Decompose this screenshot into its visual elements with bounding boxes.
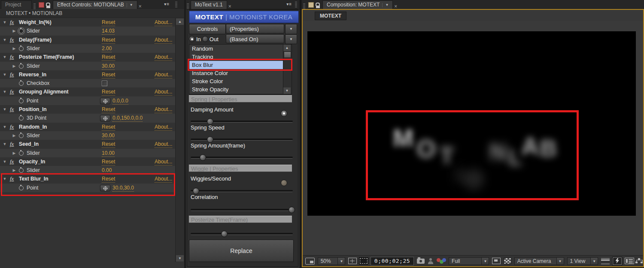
slider-thumb[interactable] xyxy=(207,118,213,125)
correlation-slider[interactable] xyxy=(191,209,293,211)
slider-thumb[interactable] xyxy=(289,207,295,213)
twirl-closed-icon[interactable]: ▶ xyxy=(11,62,17,70)
resolution-dropdown[interactable]: Full ▼ xyxy=(449,257,489,265)
fast-previews-icon[interactable] xyxy=(613,257,622,265)
twirl-closed-icon[interactable]: ▶ xyxy=(11,131,17,140)
tab-motext[interactable]: MoText v1.1 xyxy=(191,0,227,9)
replace-button[interactable]: Replace xyxy=(189,240,294,262)
twirl-open-icon[interactable]: ▼ xyxy=(2,157,8,166)
reset-button[interactable]: Reset xyxy=(102,158,115,166)
scroll-up-icon[interactable]: ▲ xyxy=(283,45,291,51)
panel-menu-icon[interactable]: ▾≡ xyxy=(164,2,170,6)
damping-amount-slider[interactable] xyxy=(191,120,293,123)
reset-button[interactable]: Reset xyxy=(102,88,115,96)
slider-thumb[interactable] xyxy=(193,188,199,194)
panel-grip[interactable] xyxy=(33,3,36,9)
reset-button[interactable]: Reset xyxy=(102,141,115,148)
twirl-open-icon[interactable]: ▼ xyxy=(2,87,8,96)
slider-thumb[interactable] xyxy=(200,154,206,161)
property-value[interactable]: 30.00 xyxy=(102,63,115,70)
in-radio[interactable] xyxy=(189,36,195,42)
region-of-interest-icon[interactable] xyxy=(360,258,368,264)
reset-button[interactable]: Reset xyxy=(102,123,115,131)
posterize-time-slider[interactable] xyxy=(191,233,293,235)
property-value[interactable]: 0.0,0.0 xyxy=(112,97,128,105)
transparency-grid-icon[interactable] xyxy=(504,258,511,264)
target-region-icon[interactable] xyxy=(492,258,501,264)
about-link[interactable]: About... xyxy=(155,175,172,183)
show-snapshot-icon[interactable] xyxy=(428,258,434,264)
stopwatch-icon[interactable] xyxy=(19,64,24,69)
pixel-aspect-icon[interactable] xyxy=(601,258,610,264)
list-scrollbar[interactable]: ▲ ▼ xyxy=(283,44,292,94)
twirl-open-icon[interactable]: ▼ xyxy=(2,18,8,27)
twirl-closed-icon[interactable]: ▶ xyxy=(11,27,17,35)
twirl-open-icon[interactable]: ▼ xyxy=(2,123,8,131)
property-value[interactable]: 0.0,150.0,0.0 xyxy=(112,114,143,122)
list-item[interactable]: Stroke Opacity xyxy=(189,85,283,93)
twirl-open-icon[interactable]: ▼ xyxy=(2,105,8,114)
tab-dropdown-icon[interactable]: ▼ xyxy=(127,3,133,7)
stopwatch-icon[interactable] xyxy=(19,151,24,156)
show-channel-icon[interactable] xyxy=(437,258,446,264)
property-value[interactable]: 30.00 xyxy=(102,132,115,139)
out-radio[interactable] xyxy=(202,36,208,42)
composition-viewport[interactable]: M O T I O N L A B xyxy=(307,31,636,216)
about-link[interactable]: About... xyxy=(155,71,172,78)
point-target-button[interactable] xyxy=(100,98,110,104)
timeline-icon[interactable] xyxy=(625,258,634,264)
tab-project[interactable]: Project xyxy=(1,0,32,9)
property-value[interactable]: 30.0,30.0 xyxy=(112,184,134,192)
reset-button[interactable]: Reset xyxy=(102,19,115,26)
stopwatch-icon[interactable] xyxy=(19,133,24,138)
panel-grip[interactable] xyxy=(187,3,189,9)
about-link[interactable]: About... xyxy=(155,158,172,166)
slider-thumb[interactable] xyxy=(207,136,213,143)
close-icon[interactable]: × xyxy=(227,4,233,9)
about-link[interactable]: About... xyxy=(155,123,172,131)
stopwatch-icon[interactable] xyxy=(19,116,24,120)
about-link[interactable]: About... xyxy=(155,19,172,26)
about-link[interactable]: About... xyxy=(155,36,172,44)
list-item[interactable]: Stroke Color xyxy=(189,77,283,85)
scroll-down-icon[interactable]: ▼ xyxy=(176,255,184,262)
point-target-button[interactable] xyxy=(100,115,110,121)
controls-button[interactable]: Controls xyxy=(189,24,226,34)
lock-icon[interactable] xyxy=(316,3,321,8)
stopwatch-icon[interactable] xyxy=(19,168,24,173)
twirl-closed-icon[interactable]: ▶ xyxy=(11,149,17,157)
close-icon[interactable]: × xyxy=(393,4,398,9)
property-value[interactable]: 2.00 xyxy=(102,45,112,52)
reset-button[interactable]: Reset xyxy=(102,36,115,44)
about-link[interactable]: About... xyxy=(155,88,172,96)
panel-grip[interactable] xyxy=(303,3,305,9)
panel-grip[interactable] xyxy=(295,2,297,7)
spring-speed-slider[interactable] xyxy=(191,139,293,141)
magnification-dropdown[interactable]: 50% ▼ xyxy=(318,257,346,265)
scroll-up-icon[interactable]: ▲ xyxy=(176,18,184,25)
list-item-selected[interactable]: Box Blur xyxy=(189,61,283,69)
stopwatch-icon[interactable] xyxy=(19,99,24,103)
spring-amount-slider[interactable] xyxy=(191,157,293,159)
property-value[interactable]: 10.00 xyxy=(102,150,115,157)
snapshot-camera-icon[interactable] xyxy=(417,259,425,264)
tab-composition[interactable]: Composition: MOTEXT ▼ xyxy=(322,0,393,9)
dropdown-arrow-icon[interactable]: ▼ xyxy=(590,258,598,265)
view-layout-icon[interactable] xyxy=(305,258,315,265)
close-icon[interactable]: × xyxy=(137,4,143,9)
flowchart-icon[interactable] xyxy=(638,258,640,260)
twirl-closed-icon[interactable]: ▶ xyxy=(11,166,17,175)
twirl-open-icon[interactable]: ▼ xyxy=(2,175,8,183)
wiggles-second-slider[interactable] xyxy=(191,190,293,192)
safe-margins-icon[interactable] xyxy=(348,258,357,264)
point-target-button[interactable] xyxy=(100,185,110,191)
about-link[interactable]: About... xyxy=(155,141,172,148)
about-link[interactable]: About... xyxy=(155,106,172,113)
tab-effect-controls[interactable]: Effect Controls: MOTIONLAB ▼ xyxy=(53,0,137,9)
about-link[interactable]: About... xyxy=(155,54,172,61)
twirl-open-icon[interactable]: ▼ xyxy=(2,53,8,61)
lock-icon[interactable] xyxy=(46,3,51,8)
checkbox[interactable] xyxy=(102,81,107,86)
breadcrumb-motext[interactable]: MOTEXT xyxy=(315,12,346,20)
panel-menu-icon[interactable]: ▾≡ xyxy=(286,2,292,6)
